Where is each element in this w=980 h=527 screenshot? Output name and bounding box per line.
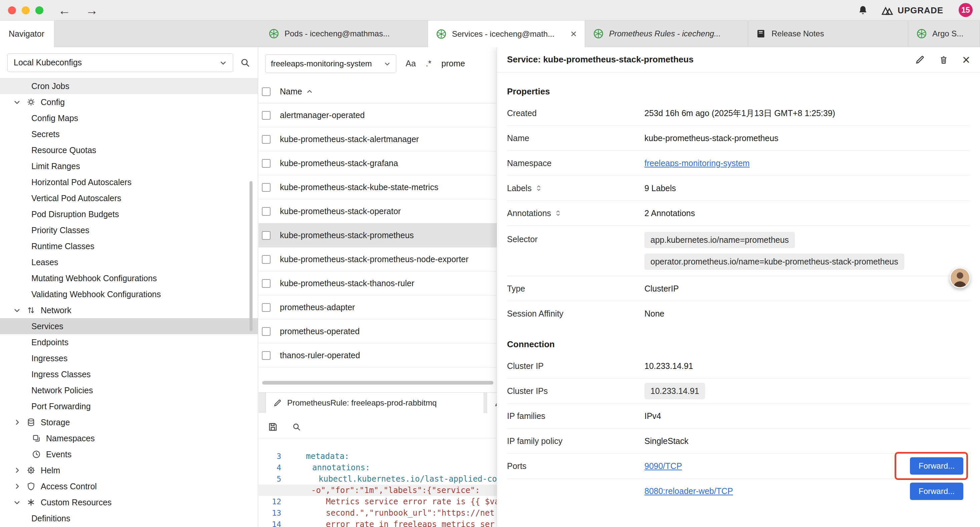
horizontal-scrollbar[interactable]: [262, 381, 493, 385]
book-icon: [756, 29, 766, 39]
sidebar-item-mutating-webhook-configurations[interactable]: Mutating Webhook Configurations: [0, 270, 258, 286]
cluster-ips-chip: 10.233.14.91: [644, 383, 705, 399]
sidebar-item-horizontal-pod-autoscalers[interactable]: Horizontal Pod Autoscalers: [0, 174, 258, 190]
trash-icon[interactable]: [939, 55, 948, 65]
tab-label: Prometheus Rules - icecheng...: [609, 29, 721, 38]
row-checkbox[interactable]: [262, 279, 270, 288]
namespace-filter-dropdown[interactable]: freeleaps-monitoring-system: [265, 54, 396, 73]
port-link[interactable]: 9090/TCP: [644, 461, 682, 471]
kubeconfig-selector-value: Local Kubeconfigs: [14, 58, 82, 67]
sidebar-item-port-forwarding[interactable]: Port Forwarding: [0, 398, 258, 414]
row-checkbox[interactable]: [262, 351, 270, 360]
row-checkbox[interactable]: [262, 159, 270, 168]
upgrade-button[interactable]: UPGRADE: [881, 5, 943, 16]
selector-row: Selector app.kubernetes.io/name=promethe…: [507, 226, 970, 276]
avatar[interactable]: [950, 267, 970, 288]
row-checkbox[interactable]: [262, 135, 270, 144]
sort-updown-icon[interactable]: [555, 209, 561, 217]
sidebar-item-services[interactable]: Services: [0, 318, 258, 334]
row-checkbox[interactable]: [262, 327, 270, 336]
sidebar-item-network[interactable]: Network: [0, 302, 258, 318]
sidebar-item-limit-ranges[interactable]: Limit Ranges: [0, 158, 258, 174]
row-checkbox[interactable]: [262, 255, 270, 264]
forward-button[interactable]: →: [85, 0, 98, 21]
port-row-9090: Ports 9090/TCP Forward...: [507, 454, 970, 479]
minimize-window-button[interactable]: [22, 6, 30, 14]
search-icon[interactable]: [292, 422, 301, 431]
annotations-row: Annotations 2 Annotations: [507, 201, 970, 226]
notification-count-badge[interactable]: 15: [959, 3, 973, 17]
close-icon[interactable]: ×: [566, 28, 577, 40]
sidebar-item-namespaces[interactable]: Namespaces: [0, 430, 258, 446]
sidebar-item-definitions[interactable]: Definitions: [0, 510, 258, 526]
zoom-window-button[interactable]: [35, 6, 43, 14]
sidebar-item-ingress-classes[interactable]: Ingress Classes: [0, 366, 258, 382]
gear-icon: [25, 98, 37, 107]
close-icon[interactable]: ×: [963, 53, 970, 66]
selector-chip: app.kubernetes.io/name=prometheus: [644, 232, 795, 248]
name-row: Name kube-prometheus-stack-prometheus: [507, 126, 970, 151]
bell-icon[interactable]: [858, 5, 868, 16]
row-checkbox[interactable]: [262, 111, 270, 120]
sidebar-item-config-maps[interactable]: Config Maps: [0, 110, 258, 126]
sidebar-item-secrets[interactable]: Secrets: [0, 126, 258, 142]
chevron-down-icon: [384, 61, 391, 67]
sidebar-item-custom-resources[interactable]: Custom Resources: [0, 494, 258, 510]
tab-prometheus-rules[interactable]: Prometheus Rules - icecheng...: [585, 21, 748, 47]
sidebar-item-ingresses[interactable]: Ingresses: [0, 350, 258, 366]
sidebar-item-events[interactable]: Events: [0, 446, 258, 462]
save-icon[interactable]: [268, 422, 278, 432]
close-window-button[interactable]: [8, 6, 16, 14]
shield-icon: [25, 482, 37, 490]
tab-pods[interactable]: Pods - icecheng@mathmas...: [261, 21, 428, 47]
back-button[interactable]: ←: [58, 0, 71, 21]
helm-wheel-icon: [25, 466, 37, 474]
sidebar-scrollbar[interactable]: [250, 181, 253, 331]
select-all-checkbox[interactable]: [262, 88, 270, 96]
sort-updown-icon[interactable]: [536, 184, 542, 192]
kubeconfig-selector[interactable]: Local Kubeconfigs: [7, 53, 233, 72]
tab-release-notes[interactable]: Release Notes: [748, 21, 908, 47]
row-checkbox[interactable]: [262, 303, 270, 312]
chevron-down-icon: [12, 307, 22, 314]
chevron-down-icon: [220, 59, 227, 66]
sidebar-item-runtime-classes[interactable]: Runtime Classes: [0, 238, 258, 254]
sidebar-item-access-control[interactable]: Access Control: [0, 478, 258, 494]
sidebar-item-leases[interactable]: Leases: [0, 254, 258, 270]
port-link[interactable]: 8080:reloader-web/TCP: [644, 486, 733, 496]
namespace-row: Namespace freeleaps-monitoring-system: [507, 151, 970, 176]
editor-tab-prometheusrule[interactable]: PrometheusRule: freeleaps-prod-rabbitmq: [266, 393, 484, 413]
sidebar-item-network-policies[interactable]: Network Policies: [0, 382, 258, 398]
match-case-toggle[interactable]: Aa: [406, 59, 416, 68]
row-checkbox[interactable]: [262, 207, 270, 216]
row-checkbox[interactable]: [262, 183, 270, 192]
session-affinity-row: Session Affinity None: [507, 301, 970, 326]
regex-toggle[interactable]: .*: [426, 59, 432, 68]
search-input[interactable]: prome: [441, 59, 465, 68]
search-icon[interactable]: [240, 57, 250, 68]
sidebar-item-endpoints[interactable]: Endpoints: [0, 334, 258, 350]
forward-button[interactable]: Forward...: [910, 457, 963, 474]
name-column-header[interactable]: Name: [280, 87, 302, 96]
upgrade-icon: [881, 6, 893, 15]
sidebar-item-validating-webhook-configurations[interactable]: Validating Webhook Configurations: [0, 286, 258, 302]
sidebar-item-config[interactable]: Config: [0, 94, 258, 110]
ip-families-value: IPv4: [644, 411, 661, 421]
row-checkbox[interactable]: [262, 231, 270, 240]
pencil-icon[interactable]: [915, 55, 925, 65]
sidebar-item-pod-disruption-budgets[interactable]: Pod Disruption Budgets: [0, 206, 258, 222]
navigator-panel-tab[interactable]: Navigator: [0, 21, 54, 47]
namespace-link[interactable]: freeleaps-monitoring-system: [644, 158, 749, 168]
labels-value[interactable]: 9 Labels: [644, 183, 676, 193]
tab-services[interactable]: Services - icecheng@math... ×: [428, 21, 585, 47]
name-value: kube-prometheus-stack-prometheus: [644, 134, 778, 143]
sidebar-item-priority-classes[interactable]: Priority Classes: [0, 222, 258, 238]
sidebar-item-vertical-pod-autoscalers[interactable]: Vertical Pod Autoscalers: [0, 190, 258, 206]
sidebar-item-resource-quotas[interactable]: Resource Quotas: [0, 142, 258, 158]
annotations-value[interactable]: 2 Annotations: [644, 209, 695, 218]
sidebar-item-helm[interactable]: Helm: [0, 462, 258, 478]
sidebar-item-storage[interactable]: Storage: [0, 414, 258, 430]
tab-argo[interactable]: Argo S...: [908, 21, 980, 47]
sidebar-item-cron-jobs[interactable]: Cron Jobs: [0, 78, 258, 94]
forward-button[interactable]: Forward...: [910, 482, 963, 500]
